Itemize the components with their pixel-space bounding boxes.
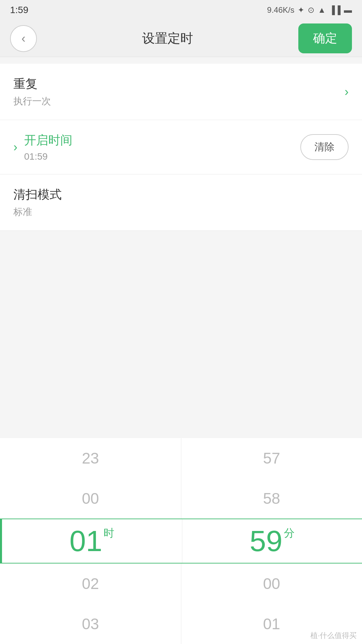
status-time: 1:59 bbox=[10, 5, 28, 15]
sweep-mode-row[interactable]: 清扫模式 标准 bbox=[0, 174, 362, 231]
open-time-chevron-icon: › bbox=[13, 140, 17, 154]
minute-selected-col: 59 分 bbox=[182, 519, 362, 563]
clear-button[interactable]: 清除 bbox=[300, 134, 349, 160]
open-time-row[interactable]: › 开启时间 01:59 清除 bbox=[0, 120, 362, 174]
minute-above2: 57 bbox=[181, 438, 362, 478]
watermark: 植·什么值得买 bbox=[310, 631, 357, 641]
hour-above1: 00 bbox=[0, 478, 181, 519]
battery-icon: ▬ bbox=[344, 5, 352, 15]
picker-row-below2: 03 01 bbox=[0, 604, 362, 644]
signal-icon: ▐▐ bbox=[329, 5, 341, 15]
page-header: ‹ 设置定时 确定 bbox=[0, 20, 362, 57]
confirm-button[interactable]: 确定 bbox=[298, 23, 352, 53]
back-button[interactable]: ‹ bbox=[10, 25, 37, 52]
sync-icon: ⊙ bbox=[308, 5, 314, 15]
page-title: 设置定时 bbox=[142, 30, 193, 47]
bluetooth-icon: ✦ bbox=[298, 5, 304, 15]
hour-selected: 01 bbox=[69, 526, 102, 556]
network-speed: 9.46K/s bbox=[267, 5, 294, 15]
repeat-row[interactable]: 重复 执行一次 › bbox=[0, 64, 362, 120]
open-time-left: › 开启时间 01:59 bbox=[13, 132, 72, 162]
time-picker[interactable]: 23 57 00 58 01 时 59 分 02 00 03 01 bbox=[0, 438, 362, 644]
open-time-value: 01:59 bbox=[24, 151, 72, 162]
hour-unit: 时 bbox=[104, 526, 114, 541]
status-icons: 9.46K/s ✦ ⊙ ▲ ▐▐ ▬ bbox=[267, 5, 352, 15]
hour-below2: 03 bbox=[0, 604, 181, 644]
open-time-title: 开启时间 bbox=[24, 132, 72, 149]
picker-row-above1: 00 58 bbox=[0, 478, 362, 519]
open-time-text: 开启时间 01:59 bbox=[24, 132, 72, 162]
sweep-mode-value: 标准 bbox=[13, 206, 349, 218]
minute-selected: 59 bbox=[250, 526, 283, 556]
hour-above2: 23 bbox=[0, 438, 181, 478]
hour-below1: 02 bbox=[0, 564, 181, 604]
status-bar: 1:59 9.46K/s ✦ ⊙ ▲ ▐▐ ▬ bbox=[0, 0, 362, 20]
repeat-subtitle: 执行一次 bbox=[13, 95, 51, 108]
repeat-title: 重复 bbox=[13, 76, 51, 92]
minute-unit: 分 bbox=[284, 526, 295, 541]
picker-selected-row: 01 时 59 分 bbox=[0, 519, 362, 564]
minute-below1: 00 bbox=[181, 564, 362, 604]
picker-row-below1: 02 00 bbox=[0, 564, 362, 604]
wifi-icon: ▲ bbox=[318, 5, 326, 15]
picker-row-above2: 23 57 bbox=[0, 438, 362, 478]
back-arrow-icon: ‹ bbox=[21, 33, 25, 45]
minute-above1: 58 bbox=[181, 478, 362, 519]
repeat-chevron-icon: › bbox=[345, 85, 349, 99]
sweep-mode-title: 清扫模式 bbox=[13, 186, 349, 203]
repeat-left: 重复 执行一次 bbox=[13, 76, 51, 108]
hour-selected-col: 01 时 bbox=[0, 519, 182, 563]
settings-content: 重复 执行一次 › › 开启时间 01:59 清除 清扫模式 标准 bbox=[0, 64, 362, 231]
